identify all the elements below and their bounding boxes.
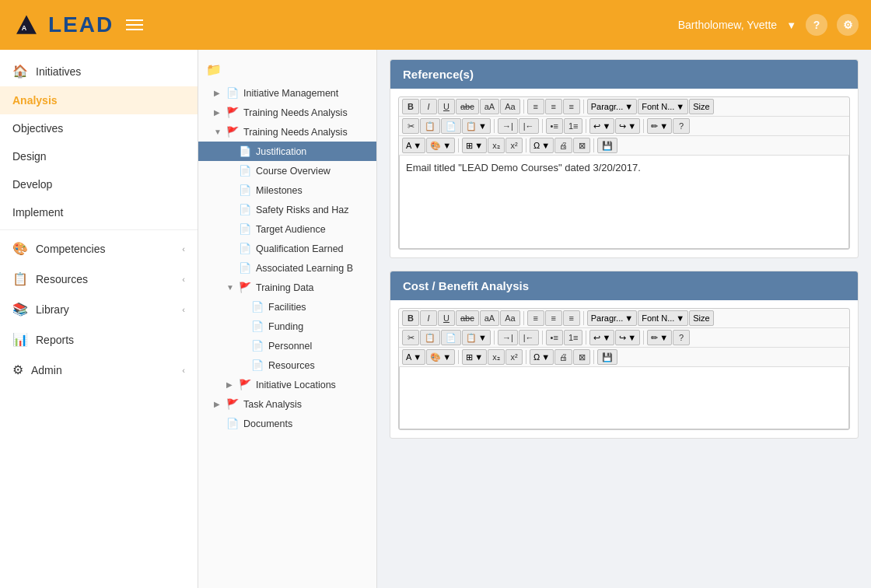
superscript-button[interactable]: x² [505, 138, 523, 153]
italic-button[interactable]: I [420, 310, 437, 326]
copy-button[interactable]: 📋 [420, 330, 440, 345]
save-button[interactable]: 💾 [597, 138, 617, 153]
tree-item-task-analysis[interactable]: ▶ 🚩 Task Analysis [198, 394, 376, 414]
sidebar-item-initiatives[interactable]: 🏠 Initiatives [0, 56, 198, 86]
outdent-button[interactable]: |← [519, 330, 539, 345]
cost-benefit-editor[interactable] [399, 367, 849, 429]
sidebar-item-competencies[interactable]: 🎨 Competencies ‹ [0, 233, 198, 264]
tree-item-course-overview[interactable]: 📄 Course Overview [198, 161, 376, 180]
underline-button[interactable]: U [438, 99, 455, 114]
paste-options-dropdown[interactable]: 📋▼ [462, 330, 491, 345]
undo-dropdown[interactable]: ↩▼ [589, 118, 614, 134]
tree-item-funding[interactable]: 📄 Funding [198, 317, 376, 336]
redo-dropdown[interactable]: ↪▼ [615, 118, 640, 134]
bullet-list-button[interactable]: •≡ [546, 118, 563, 134]
tree-item-safety-risks[interactable]: 📄 Safety Risks and Haz [198, 200, 376, 219]
uppercase-button[interactable]: aA [480, 99, 499, 114]
print-button[interactable]: 🖨 [554, 349, 572, 365]
tree-item-justification[interactable]: 📄 Justification [198, 142, 376, 161]
align-left-button[interactable]: ≡ [527, 99, 544, 114]
help-rte-button[interactable]: ? [673, 118, 690, 134]
sidebar-item-objectives[interactable]: Objectives [0, 114, 198, 142]
capitalize-button[interactable]: Aa [500, 99, 519, 114]
symbol-dropdown[interactable]: Ω▼ [530, 349, 554, 365]
tree-item-milestones[interactable]: 📄 Milestones [198, 180, 376, 200]
numbered-list-button[interactable]: 1≡ [564, 330, 583, 345]
save-button[interactable]: 💾 [597, 349, 617, 365]
sidebar-item-admin[interactable]: ⚙ Admin ‹ [0, 355, 198, 385]
user-dropdown-arrow[interactable]: ▼ [786, 19, 796, 31]
hamburger-button[interactable] [126, 19, 143, 30]
align-left-button[interactable]: ≡ [527, 310, 544, 326]
highlight-color-dropdown[interactable]: 🎨▼ [426, 349, 455, 365]
bold-button[interactable]: B [402, 99, 419, 114]
uppercase-button[interactable]: aA [480, 310, 499, 326]
outdent-button[interactable]: |← [519, 118, 539, 134]
align-center-button[interactable]: ≡ [545, 310, 562, 326]
underline-button[interactable]: U [438, 310, 455, 326]
tree-item-initiative-locations[interactable]: ▶ 🚩 Initiative Locations [198, 375, 376, 394]
tree-item-associated-learning[interactable]: 📄 Associated Learning B [198, 258, 376, 278]
subscript-button[interactable]: x₂ [488, 349, 505, 365]
tree-item-qualification-earned[interactable]: 📄 Qualification Earned [198, 239, 376, 258]
references-editor[interactable]: Email titled "LEAD Demo Courses" dated 3… [399, 156, 849, 249]
strikethrough-button[interactable]: abc [456, 310, 479, 326]
font-color-dropdown[interactable]: A▼ [402, 138, 425, 153]
symbol-dropdown[interactable]: Ω▼ [530, 138, 554, 153]
align-center-button[interactable]: ≡ [545, 99, 562, 114]
sidebar-item-resources[interactable]: 📋 Resources ‹ [0, 264, 198, 294]
table-dropdown[interactable]: ⊞▼ [462, 138, 487, 153]
indent-button[interactable]: →| [498, 118, 518, 134]
tree-item-facilities[interactable]: 📄 Facilities [198, 297, 376, 317]
tree-item-initiative-management[interactable]: ▶ 📄 Initiative Management [198, 83, 376, 103]
highlight-color-dropdown[interactable]: 🎨▼ [426, 138, 455, 153]
paragraph-dropdown[interactable]: Paragr... ▼ [587, 99, 637, 114]
cut-button[interactable]: ✂ [402, 330, 419, 345]
sidebar-item-develop[interactable]: Develop [0, 170, 198, 198]
help-rte-button[interactable]: ? [673, 330, 690, 345]
font-color-dropdown[interactable]: A▼ [402, 349, 425, 365]
paste-button[interactable]: 📄 [441, 330, 461, 345]
sidebar-item-analysis[interactable]: Analysis [0, 86, 198, 114]
format-dropdown[interactable]: ✏▼ [647, 330, 672, 345]
clear-format-button[interactable]: ⊠ [573, 349, 590, 365]
capitalize-button[interactable]: Aa [500, 310, 519, 326]
sidebar-item-reports[interactable]: 📊 Reports [0, 324, 198, 355]
gear-button[interactable]: ⚙ [837, 14, 859, 36]
undo-dropdown[interactable]: ↩▼ [589, 330, 614, 345]
sidebar-item-library[interactable]: 📚 Library ‹ [0, 294, 198, 324]
sidebar-item-implement[interactable]: Implement [0, 198, 198, 226]
superscript-button[interactable]: x² [505, 349, 523, 365]
font-dropdown[interactable]: Font N... ▼ [638, 99, 688, 114]
paragraph-dropdown[interactable]: Paragr... ▼ [587, 310, 637, 326]
cut-button[interactable]: ✂ [402, 118, 419, 134]
clear-format-button[interactable]: ⊠ [573, 138, 590, 153]
indent-button[interactable]: →| [498, 330, 518, 345]
strikethrough-button[interactable]: abc [456, 99, 479, 114]
tree-item-documents[interactable]: 📄 Documents [198, 414, 376, 433]
help-button[interactable]: ? [806, 14, 827, 36]
paste-button[interactable]: 📄 [441, 118, 461, 134]
font-dropdown[interactable]: Font N... ▼ [638, 310, 688, 326]
subscript-button[interactable]: x₂ [488, 138, 505, 153]
italic-button[interactable]: I [420, 99, 437, 114]
tree-item-target-audience[interactable]: 📄 Target Audience [198, 219, 376, 239]
tree-item-training-data[interactable]: ▼ 🚩 Training Data [198, 278, 376, 297]
sidebar-item-design[interactable]: Design [0, 142, 198, 170]
paste-options-dropdown[interactable]: 📋▼ [462, 118, 491, 134]
bold-button[interactable]: B [402, 310, 419, 326]
redo-dropdown[interactable]: ↪▼ [615, 330, 640, 345]
print-button[interactable]: 🖨 [554, 138, 572, 153]
size-dropdown[interactable]: Size [689, 310, 713, 326]
align-right-button[interactable]: ≡ [563, 99, 580, 114]
format-dropdown[interactable]: ✏▼ [647, 118, 672, 134]
tree-item-personnel[interactable]: 📄 Personnel [198, 336, 376, 355]
tree-item-resources[interactable]: 📄 Resources [198, 355, 376, 375]
copy-button[interactable]: 📋 [420, 118, 440, 134]
table-dropdown[interactable]: ⊞▼ [462, 349, 487, 365]
size-dropdown[interactable]: Size [689, 99, 713, 114]
numbered-list-button[interactable]: 1≡ [564, 118, 583, 134]
bullet-list-button[interactable]: •≡ [546, 330, 563, 345]
tree-item-tna1[interactable]: ▶ 🚩 Training Needs Analysis [198, 103, 376, 122]
user-menu[interactable]: Bartholomew, Yvette [678, 19, 777, 31]
